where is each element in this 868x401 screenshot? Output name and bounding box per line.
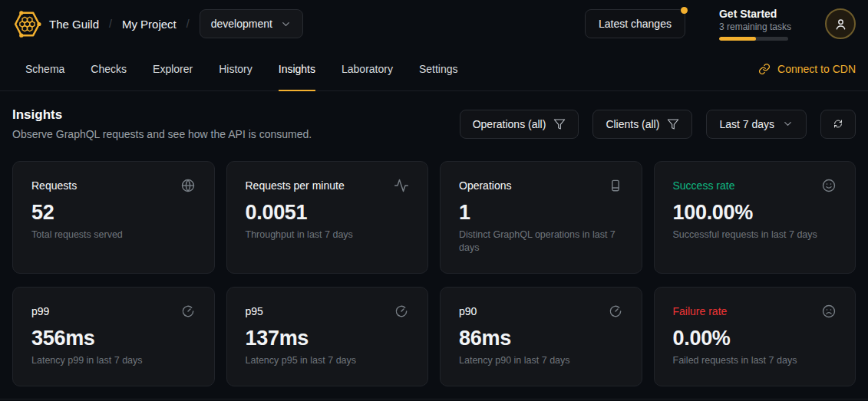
stat-card: Failure rate 0.00% Failed requests in la…: [654, 287, 856, 386]
breadcrumb-separator: /: [109, 18, 112, 30]
tabs-list: SchemaChecksExplorerHistoryInsightsLabor…: [12, 48, 458, 90]
page-title: Insights: [12, 107, 312, 123]
period-select[interactable]: Last 7 days: [706, 110, 807, 139]
stat-card-title: p99: [31, 305, 49, 317]
chevron-down-icon: [782, 118, 794, 130]
stat-card: Requests per minute 0.0051 Throughput in…: [226, 161, 429, 274]
page-heading-block: Insights Observe GraphQL requests and se…: [12, 107, 312, 140]
stat-card-value: 1: [459, 201, 623, 225]
gauge-icon: [394, 304, 409, 319]
target-select-value: development: [211, 18, 272, 30]
connect-to-cdn-link[interactable]: Connect to CDN: [758, 48, 856, 90]
breadcrumb: The Guild / My Project / development: [49, 9, 303, 38]
stat-card: p95 137ms Latency p95 in last 7 days: [226, 287, 429, 386]
stat-card-title: p95: [246, 305, 263, 317]
period-select-value: Last 7 days: [719, 118, 774, 130]
insights-page: Insights Observe GraphQL requests and se…: [0, 91, 868, 386]
refresh-icon: [833, 117, 843, 130]
stat-card: Requests 52 Total requests served: [12, 161, 215, 274]
connect-to-cdn-label: Connect to CDN: [777, 63, 856, 75]
header-right: Latest changes Get Started 3 remaining t…: [585, 8, 856, 41]
breadcrumb-project[interactable]: My Project: [122, 18, 177, 31]
chevron-down-icon: [280, 18, 292, 30]
activity-icon: [394, 178, 409, 193]
frown-icon: [821, 304, 837, 319]
stat-card-value: 0.00%: [673, 327, 837, 350]
stat-card: Success rate 100.00% Successful requests…: [654, 161, 856, 274]
hive-logo-icon[interactable]: [12, 9, 41, 38]
book-icon: [608, 178, 623, 193]
user-icon: [833, 17, 848, 31]
gauge-icon: [608, 304, 623, 319]
tab-bar: SchemaChecksExplorerHistoryInsightsLabor…: [0, 48, 868, 91]
clients-filter-button[interactable]: Clients (all): [592, 110, 692, 139]
stat-card-description: Distinct GraphQL operations in last 7 da…: [459, 228, 623, 255]
stat-card-value: 137ms: [246, 327, 410, 350]
user-avatar[interactable]: [825, 8, 856, 39]
filter-icon: [667, 118, 679, 130]
stat-card-description: Latency p95 in last 7 days: [246, 354, 410, 367]
get-started-progressbar: [719, 37, 788, 41]
stat-card-value: 86ms: [459, 327, 623, 350]
tab-laboratory[interactable]: Laboratory: [342, 48, 393, 91]
target-select[interactable]: development: [200, 9, 303, 38]
stat-card-description: Failed requests in last 7 days: [673, 354, 837, 367]
stat-card-description: Successful requests in last 7 days: [673, 228, 837, 242]
get-started-subtitle: 3 remaining tasks: [719, 21, 791, 32]
stats-grid: Requests 52 Total requests served Reques…: [12, 161, 856, 386]
tab-settings[interactable]: Settings: [419, 48, 458, 91]
stat-card-title: Failure rate: [673, 305, 728, 317]
stat-card-value: 100.00%: [673, 201, 837, 225]
tab-schema[interactable]: Schema: [25, 48, 64, 91]
stat-card-description: Total requests served: [31, 228, 196, 242]
tab-history[interactable]: History: [219, 48, 252, 91]
tab-insights[interactable]: Insights: [279, 48, 315, 91]
latest-changes-button[interactable]: Latest changes: [585, 9, 685, 38]
app-header: The Guild / My Project / development Lat…: [0, 0, 868, 48]
stat-card-title: Requests: [31, 179, 77, 192]
stat-card: p90 86ms Latency p90 in last 7 days: [440, 287, 642, 386]
globe-icon: [180, 178, 196, 193]
breadcrumb-org[interactable]: The Guild: [49, 18, 99, 31]
gauge-icon: [180, 304, 196, 319]
progress-fill: [719, 37, 756, 41]
get-started-title: Get Started: [719, 8, 791, 20]
stat-card-value: 0.0051: [246, 201, 410, 225]
get-started-widget[interactable]: Get Started 3 remaining tasks: [719, 8, 791, 41]
tab-checks[interactable]: Checks: [91, 48, 127, 91]
link-icon: [758, 63, 771, 75]
smile-icon: [821, 178, 837, 193]
filters-toolbar: Operations (all) Clients (all) Last 7 da…: [460, 110, 856, 139]
stat-card-title: Success rate: [673, 179, 735, 192]
stat-card: Operations 1 Distinct GraphQL operations…: [440, 161, 642, 274]
footer-divider: [0, 399, 868, 399]
filter-icon: [553, 118, 566, 130]
stat-card-description: Throughput in last 7 days: [246, 228, 410, 242]
clients-filter-label: Clients (all): [606, 118, 659, 130]
latest-changes-label: Latest changes: [599, 18, 672, 30]
stat-card-value: 52: [31, 201, 196, 225]
stat-card-description: Latency p99 in last 7 days: [31, 354, 196, 367]
stat-card-value: 356ms: [31, 327, 196, 350]
operations-filter-label: Operations (all): [473, 118, 546, 130]
operations-filter-button[interactable]: Operations (all): [460, 110, 579, 139]
page-subtitle: Observe GraphQL requests and see how the…: [12, 128, 312, 140]
breadcrumb-separator: /: [186, 18, 190, 30]
stat-card-title: Operations: [459, 179, 511, 192]
refresh-button[interactable]: [820, 110, 856, 139]
stat-card-title: p90: [459, 305, 477, 317]
notification-dot-icon: [681, 7, 688, 14]
tab-explorer[interactable]: Explorer: [153, 48, 193, 91]
stat-card-description: Latency p90 in last 7 days: [459, 354, 623, 367]
stat-card: p99 356ms Latency p99 in last 7 days: [12, 287, 215, 386]
stat-card-title: Requests per minute: [246, 179, 345, 192]
